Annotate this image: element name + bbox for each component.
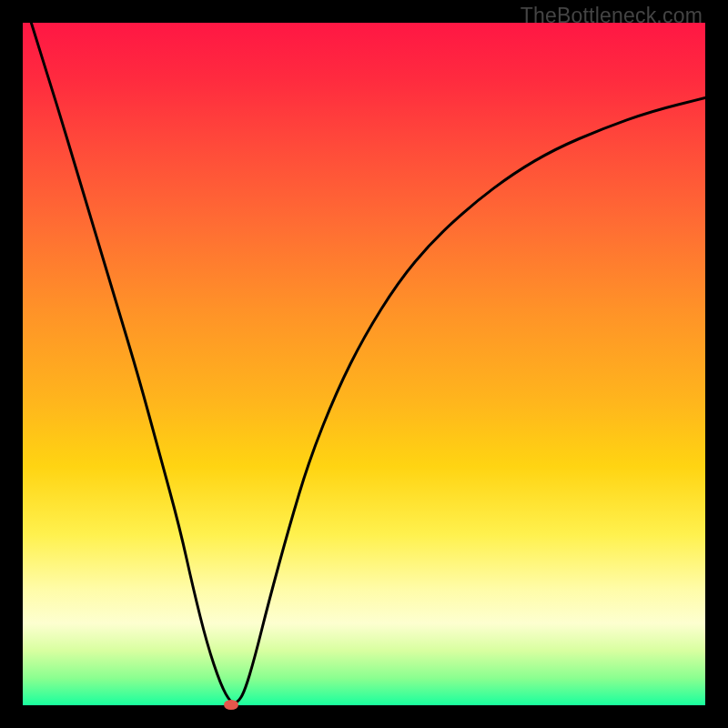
optimum-marker [224,700,238,710]
watermark-text: TheBottleneck.com [521,4,703,28]
plot-area [23,23,705,705]
